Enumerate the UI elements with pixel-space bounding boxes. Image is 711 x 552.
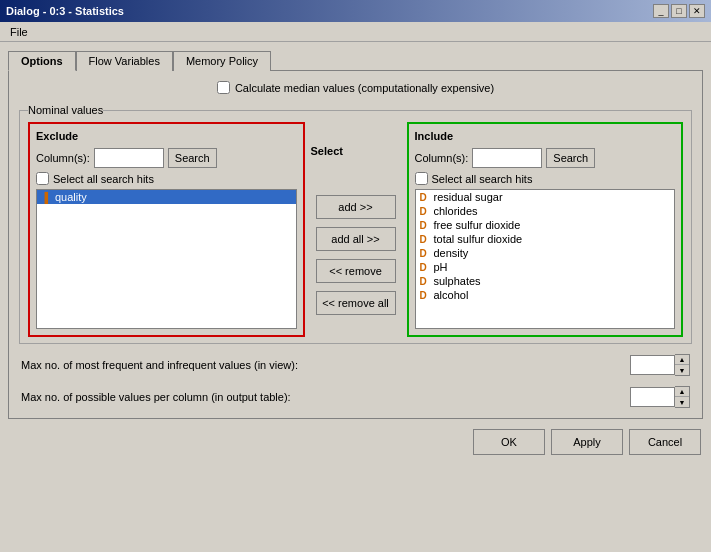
- dialog-title: Dialog - 0:3 - Statistics: [6, 5, 124, 17]
- include-item-name-0: residual sugar: [434, 191, 503, 203]
- include-label: Include: [415, 130, 676, 142]
- include-column-input[interactable]: [472, 148, 542, 168]
- include-column-label: Column(s):: [415, 152, 469, 164]
- include-item-icon-6: D: [420, 276, 430, 287]
- add-button[interactable]: add >>: [316, 195, 396, 219]
- tab-content-options: Calculate median values (computationally…: [8, 70, 703, 419]
- exclude-select-all-checkbox[interactable]: [36, 172, 49, 185]
- apply-button[interactable]: Apply: [551, 429, 623, 455]
- include-item-name-2: free sulfur dioxide: [434, 219, 521, 231]
- title-bar-buttons: _ □ ✕: [653, 4, 705, 18]
- calculate-median-checkbox[interactable]: [217, 81, 230, 94]
- include-select-all-row: Select all search hits: [415, 172, 676, 185]
- list-item[interactable]: D sulphates: [416, 274, 675, 288]
- max-frequent-down[interactable]: ▼: [675, 365, 689, 375]
- list-item[interactable]: D alcohol: [416, 288, 675, 302]
- title-bar: Dialog - 0:3 - Statistics _ □ ✕: [0, 0, 711, 22]
- max-frequent-up[interactable]: ▲: [675, 355, 689, 365]
- include-item-icon-0: D: [420, 192, 430, 203]
- minimize-button[interactable]: _: [653, 4, 669, 18]
- remove-button[interactable]: << remove: [316, 259, 396, 283]
- include-item-icon-2: D: [420, 220, 430, 231]
- max-possible-up[interactable]: ▲: [675, 387, 689, 397]
- max-possible-arrows: ▲ ▼: [675, 386, 690, 408]
- include-item-icon-7: D: [420, 290, 430, 301]
- include-item-icon-3: D: [420, 234, 430, 245]
- bottom-buttons: OK Apply Cancel: [8, 429, 703, 455]
- exclude-select-all-label: Select all search hits: [53, 173, 154, 185]
- include-search-button[interactable]: Search: [546, 148, 595, 168]
- max-possible-spinbox: 1.000 ▲ ▼: [630, 386, 690, 408]
- max-frequent-arrows: ▲ ▼: [675, 354, 690, 376]
- include-item-name-7: alcohol: [434, 289, 469, 301]
- exclude-search-row: Column(s): Search: [36, 148, 297, 168]
- include-item-name-3: total sulfur dioxide: [434, 233, 523, 245]
- include-item-name-4: density: [434, 247, 469, 259]
- include-item-icon-4: D: [420, 248, 430, 259]
- include-list-box[interactable]: D residual sugar D chlorides D free sulf…: [415, 189, 676, 329]
- columns-area: Exclude Column(s): Search Select all sea…: [28, 122, 683, 337]
- exclude-panel: Exclude Column(s): Search Select all sea…: [28, 122, 305, 337]
- dialog-body: Options Flow Variables Memory Policy Cal…: [0, 42, 711, 463]
- include-select-all-checkbox[interactable]: [415, 172, 428, 185]
- max-possible-label: Max no. of possible values per column (i…: [21, 391, 291, 403]
- tab-memory-policy[interactable]: Memory Policy: [173, 51, 271, 71]
- exclude-column-label: Column(s):: [36, 152, 90, 164]
- max-frequent-spinbox: 20 ▲ ▼: [630, 354, 690, 376]
- include-item-name-6: sulphates: [434, 275, 481, 287]
- list-item[interactable]: D chlorides: [416, 204, 675, 218]
- maximize-button[interactable]: □: [671, 4, 687, 18]
- exclude-list-box[interactable]: ▐ quality: [36, 189, 297, 329]
- include-item-name-1: chlorides: [434, 205, 478, 217]
- file-menu[interactable]: File: [4, 26, 34, 38]
- select-buttons-panel: Select add >> add all >> << remove << re…: [311, 122, 401, 337]
- exclude-label: Exclude: [36, 130, 297, 142]
- tab-bar: Options Flow Variables Memory Policy: [8, 50, 703, 70]
- exclude-item-name: quality: [55, 191, 87, 203]
- include-item-icon-1: D: [420, 206, 430, 217]
- include-item-name-5: pH: [434, 261, 448, 273]
- exclude-select-all-row: Select all search hits: [36, 172, 297, 185]
- ok-button[interactable]: OK: [473, 429, 545, 455]
- max-possible-row: Max no. of possible values per column (i…: [19, 386, 692, 408]
- exclude-item-icon: ▐: [41, 192, 51, 203]
- remove-all-button[interactable]: << remove all: [316, 291, 396, 315]
- include-item-icon-5: D: [420, 262, 430, 273]
- tab-flow-variables[interactable]: Flow Variables: [76, 51, 173, 71]
- calculate-median-label: Calculate median values (computationally…: [235, 82, 494, 94]
- exclude-column-input[interactable]: [94, 148, 164, 168]
- list-item[interactable]: ▐ quality: [37, 190, 296, 204]
- menu-bar: File: [0, 22, 711, 42]
- include-select-all-label: Select all search hits: [432, 173, 533, 185]
- max-frequent-row: Max no. of most frequent and infrequent …: [19, 354, 692, 376]
- max-possible-input[interactable]: 1.000: [630, 387, 675, 407]
- max-possible-down[interactable]: ▼: [675, 397, 689, 407]
- include-panel: Include Column(s): Search Select all sea…: [407, 122, 684, 337]
- tab-options[interactable]: Options: [8, 51, 76, 71]
- list-item[interactable]: D total sulfur dioxide: [416, 232, 675, 246]
- calculate-median-row: Calculate median values (computationally…: [19, 81, 692, 94]
- exclude-search-button[interactable]: Search: [168, 148, 217, 168]
- add-all-button[interactable]: add all >>: [316, 227, 396, 251]
- nominal-values-legend: Nominal values: [28, 104, 103, 116]
- max-frequent-label: Max no. of most frequent and infrequent …: [21, 359, 298, 371]
- list-item[interactable]: D density: [416, 246, 675, 260]
- list-item[interactable]: D free sulfur dioxide: [416, 218, 675, 232]
- list-item[interactable]: D residual sugar: [416, 190, 675, 204]
- include-search-row: Column(s): Search: [415, 148, 676, 168]
- max-frequent-input[interactable]: 20: [630, 355, 675, 375]
- cancel-button[interactable]: Cancel: [629, 429, 701, 455]
- close-button[interactable]: ✕: [689, 4, 705, 18]
- select-panel-label: Select: [311, 145, 343, 157]
- list-item[interactable]: D pH: [416, 260, 675, 274]
